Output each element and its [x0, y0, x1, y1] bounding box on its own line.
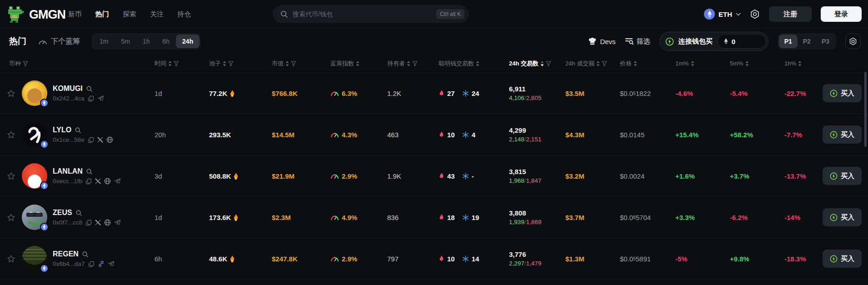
telegram-icon[interactable] — [97, 95, 104, 102]
buy-button[interactable]: 买入 — [823, 167, 862, 185]
token-avatar[interactable] — [22, 80, 47, 106]
filter-funnel-icon[interactable] — [546, 61, 551, 66]
copy-icon[interactable] — [88, 95, 94, 102]
preset-p2[interactable]: P2 — [798, 35, 816, 48]
token-avatar[interactable] — [22, 246, 47, 271]
timeframe-6h[interactable]: 6h — [156, 35, 176, 48]
token-avatar[interactable] — [22, 122, 47, 147]
favorite-star-button[interactable] — [0, 171, 22, 181]
nav-item-watchlist[interactable]: 关注 — [150, 10, 164, 19]
copy-icon[interactable] — [85, 178, 92, 185]
telegram-icon[interactable] — [108, 260, 115, 267]
token-name[interactable]: LYLO — [53, 126, 113, 134]
nav-item-new[interactable]: 新币 — [68, 10, 82, 19]
sort-icon[interactable] — [223, 61, 226, 66]
token-name[interactable]: KOMUGI — [53, 85, 104, 93]
filter-button[interactable]: 筛选 — [625, 37, 650, 46]
sort-icon[interactable] — [168, 61, 172, 66]
buy-button[interactable]: 买入 — [823, 84, 862, 102]
sort-icon[interactable] — [356, 61, 359, 66]
copy-icon[interactable] — [88, 261, 95, 267]
buy-button[interactable]: 买入 — [823, 208, 862, 226]
chain-selector[interactable]: ETH — [704, 9, 741, 20]
search-input[interactable] — [293, 10, 436, 18]
favorite-star-button[interactable] — [0, 89, 22, 98]
sort-icon[interactable] — [691, 61, 694, 66]
x-twitter-icon[interactable] — [95, 178, 101, 184]
next-bluechip-tab[interactable]: 下个蓝筹 — [38, 37, 80, 46]
buy-button[interactable]: 买入 — [823, 250, 862, 268]
sort-icon[interactable] — [476, 61, 479, 66]
nav-item-explore[interactable]: 探索 — [123, 10, 136, 19]
sort-icon-active-desc[interactable] — [540, 61, 544, 66]
col-header-volume-24h[interactable]: 24h 成交额 — [565, 60, 620, 68]
buy-amount-input[interactable]: 0 — [717, 34, 766, 49]
col-header-market-cap[interactable]: 市值 — [272, 60, 330, 68]
token-name[interactable]: ZEUS — [53, 209, 121, 217]
devs-filter-button[interactable]: Devs — [588, 37, 615, 46]
timeframe-1m[interactable]: 1m — [93, 35, 115, 48]
token-search-icon[interactable] — [75, 210, 82, 216]
login-button[interactable]: 登录 — [821, 6, 862, 22]
nav-item-holdings[interactable]: 持仓 — [177, 10, 191, 19]
link-chain-icon[interactable] — [98, 260, 105, 267]
col-header-price[interactable]: 价格 — [620, 60, 675, 68]
token-search-icon[interactable] — [86, 168, 93, 175]
sort-icon[interactable] — [745, 61, 749, 66]
vertical-scrollbar[interactable] — [864, 72, 867, 147]
copy-icon[interactable] — [88, 137, 94, 143]
col-header-1m[interactable]: 1m% — [675, 60, 730, 67]
website-globe-icon[interactable] — [104, 219, 111, 226]
favorite-star-button[interactable] — [0, 254, 22, 264]
filter-funnel-icon[interactable] — [228, 61, 234, 66]
preset-settings-button[interactable] — [845, 34, 861, 49]
sort-icon[interactable] — [634, 61, 637, 66]
col-header-bluechip[interactable]: 蓝筹指数 — [330, 60, 387, 68]
col-header-age[interactable]: 时间 — [155, 60, 209, 68]
col-header-token[interactable]: 币种 — [0, 60, 155, 68]
col-header-txs-24h[interactable]: 24h 交易数 — [509, 60, 565, 68]
buy-button[interactable]: 买入 — [823, 125, 862, 144]
filter-funnel-icon[interactable] — [602, 61, 607, 66]
telegram-icon[interactable] — [114, 178, 121, 185]
col-header-liquidity[interactable]: 池子 — [209, 60, 272, 68]
preset-p3[interactable]: P3 — [816, 35, 835, 48]
col-header-5m[interactable]: 5m% — [730, 60, 784, 67]
col-header-holders[interactable]: 持有者 — [387, 60, 439, 68]
register-button[interactable]: 注册 — [769, 6, 812, 22]
website-globe-icon[interactable] — [106, 136, 113, 143]
x-twitter-icon[interactable] — [95, 220, 101, 225]
token-avatar[interactable] — [22, 163, 47, 189]
favorite-star-button[interactable] — [0, 130, 22, 140]
settings-gear-icon[interactable] — [750, 9, 760, 19]
timeframe-24h[interactable]: 24h — [176, 35, 200, 48]
telegram-icon[interactable] — [114, 219, 121, 226]
nav-item-trending[interactable]: 热门 — [95, 10, 109, 19]
filter-funnel-icon[interactable] — [174, 61, 179, 66]
search-bar[interactable]: Ctrl alt K — [273, 5, 469, 23]
token-name[interactable]: REGEN — [53, 250, 115, 258]
sort-icon[interactable] — [596, 61, 600, 66]
gmgn-logo[interactable]: GMGN — [7, 5, 65, 24]
col-header-1h[interactable]: 1h% — [784, 60, 823, 67]
sort-icon[interactable] — [407, 61, 410, 66]
token-search-icon[interactable] — [75, 127, 81, 134]
timeframe-1h[interactable]: 1h — [136, 35, 156, 48]
sort-icon[interactable] — [798, 61, 802, 66]
x-twitter-icon[interactable] — [97, 137, 103, 143]
copy-icon[interactable] — [85, 220, 92, 226]
favorite-star-button[interactable] — [0, 213, 22, 222]
filter-funnel-icon[interactable] — [23, 61, 28, 66]
token-name[interactable]: LANLAN — [53, 167, 121, 175]
token-avatar[interactable] — [22, 205, 47, 230]
timeframe-5m[interactable]: 5m — [115, 35, 136, 48]
preset-p1[interactable]: P1 — [779, 35, 798, 48]
token-search-icon[interactable] — [86, 85, 93, 92]
connect-wallet-buy[interactable]: 连接钱包买 0 — [659, 32, 768, 51]
col-header-smart-money[interactable]: 聪明钱交易数 — [439, 60, 509, 68]
sort-icon[interactable] — [285, 61, 289, 66]
token-search-icon[interactable] — [82, 251, 89, 258]
website-globe-icon[interactable] — [104, 178, 111, 185]
filter-funnel-icon[interactable] — [412, 61, 418, 66]
filter-funnel-icon[interactable] — [291, 61, 296, 66]
